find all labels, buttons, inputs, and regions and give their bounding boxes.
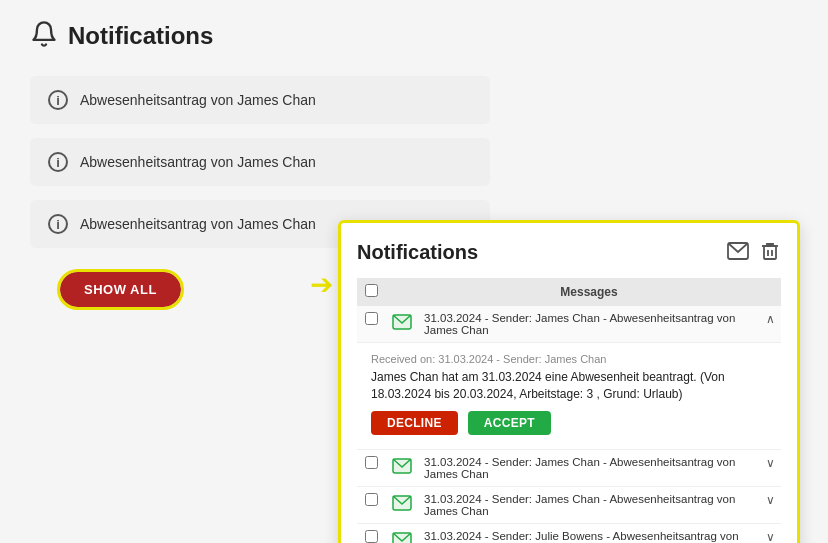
info-icon: i (48, 214, 68, 234)
popup-header: Notifications (357, 239, 781, 266)
action-buttons: DECLINE ACCEPT (371, 411, 767, 435)
notification-text: Abwesenheitsantrag von James Chan (80, 154, 316, 170)
row-checkbox[interactable] (365, 456, 378, 469)
expanded-row: Received on: 31.03.2024 - Sender: James … (357, 343, 781, 450)
chevron-down-icon[interactable]: ∨ (766, 456, 775, 470)
decline-button[interactable]: DECLINE (371, 411, 458, 435)
list-item: i Abwesenheitsantrag von James Chan (30, 76, 490, 124)
notification-text: Abwesenheitsantrag von James Chan (80, 216, 316, 232)
info-icon: i (48, 90, 68, 110)
message-text-cell: 31.03.2024 - Sender: James Chan - Abwese… (418, 449, 760, 486)
table-row: 31.03.2024 - Sender: James Chan - Abwese… (357, 306, 781, 343)
arrow-icon: ➔ (310, 268, 333, 301)
page-title: Notifications (68, 22, 213, 50)
message-body: James Chan hat am 31.03.2024 eine Abwese… (371, 369, 767, 403)
message-text-cell: 31.03.2024 - Sender: Julie Bowens - Abwe… (418, 523, 760, 543)
table-row: 31.03.2024 - Sender: James Chan - Abwese… (357, 486, 781, 523)
chevron-down-icon[interactable]: ∨ (766, 493, 775, 507)
accept-button[interactable]: ACCEPT (468, 411, 551, 435)
table-row: 31.03.2024 - Sender: James Chan - Abwese… (357, 449, 781, 486)
notifications-table: Messages 31.03.2024 - Sende (357, 278, 781, 543)
mail-icon-button[interactable] (725, 240, 751, 265)
list-item: i Abwesenheitsantrag von James Chan (30, 138, 490, 186)
popup-title: Notifications (357, 241, 478, 264)
message-icon (392, 536, 412, 543)
popup-icons (725, 239, 781, 266)
message-text-cell: 31.03.2024 - Sender: James Chan - Abwese… (418, 306, 760, 343)
expanded-content: Received on: 31.03.2024 - Sender: James … (363, 349, 775, 443)
notifications-popup: Notifications (338, 220, 800, 543)
row-checkbox[interactable] (365, 312, 378, 325)
chevron-up-icon[interactable]: ∧ (766, 312, 775, 326)
page-header: Notifications (30, 20, 798, 52)
row-checkbox[interactable] (365, 493, 378, 506)
info-icon: i (48, 152, 68, 172)
bell-icon (30, 20, 58, 52)
notification-text: Abwesenheitsantrag von James Chan (80, 92, 316, 108)
select-all-checkbox[interactable] (365, 284, 378, 297)
svg-rect-1 (764, 246, 776, 259)
messages-column-header: Messages (418, 278, 760, 306)
show-all-button[interactable]: SHOW ALL (60, 272, 181, 307)
message-icon (392, 499, 412, 516)
row-checkbox[interactable] (365, 530, 378, 543)
chevron-down-icon[interactable]: ∨ (766, 530, 775, 543)
delete-icon-button[interactable] (759, 239, 781, 266)
message-icon (392, 462, 412, 479)
received-line: Received on: 31.03.2024 - Sender: James … (371, 353, 767, 365)
message-text-cell: 31.03.2024 - Sender: James Chan - Abwese… (418, 486, 760, 523)
message-icon (392, 318, 412, 335)
table-row: 31.03.2024 - Sender: Julie Bowens - Abwe… (357, 523, 781, 543)
